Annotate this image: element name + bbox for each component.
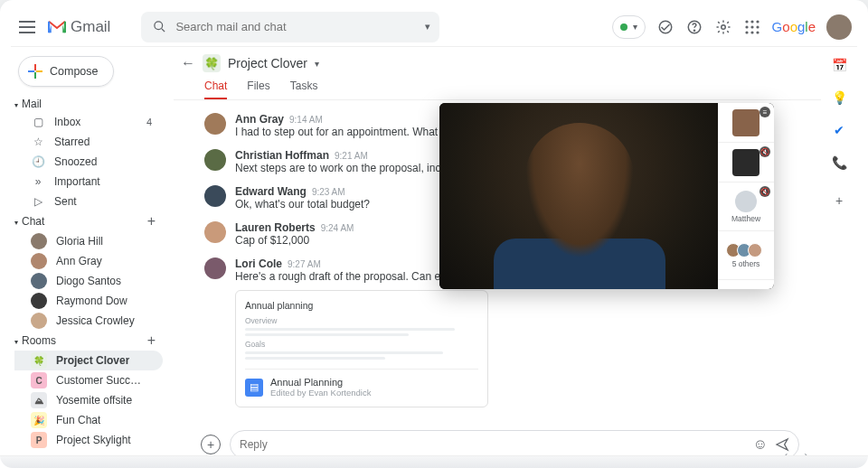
- compose-button[interactable]: Compose: [18, 56, 114, 87]
- search-input[interactable]: [175, 20, 418, 33]
- chat-nav-item[interactable]: Raymond Dow: [14, 291, 163, 311]
- main-content: ← 🍀 Project Clover ▾ Chat Files Tasks An…: [166, 47, 821, 468]
- room-nav-item[interactable]: 🍀Project Clover: [14, 351, 163, 370]
- nav-label: Fun Chat: [56, 414, 100, 426]
- account-avatar[interactable]: [826, 14, 852, 40]
- mail-nav-item[interactable]: ▷Sent: [14, 192, 163, 211]
- reply-input[interactable]: [240, 438, 746, 451]
- chat-nav-item[interactable]: Diogo Santos: [14, 271, 163, 291]
- add-rail-icon[interactable]: +: [830, 192, 848, 210]
- add-chat-icon[interactable]: +: [147, 213, 156, 229]
- message-avatar-icon: [204, 113, 226, 135]
- chat-nav-item[interactable]: Gloria Hill: [14, 231, 163, 251]
- participant-tile[interactable]: 🔇 Matthew: [718, 183, 774, 231]
- mail-nav-item[interactable]: 🕘Snoozed: [14, 152, 163, 172]
- participant-others-tile[interactable]: 5 others: [718, 231, 774, 280]
- section-header-rooms[interactable]: ▾Rooms+: [14, 331, 163, 351]
- tab-files[interactable]: Files: [247, 80, 269, 99]
- svg-point-11: [745, 31, 748, 33]
- add-room-icon[interactable]: +: [147, 332, 156, 349]
- app-header: Gmail ▾ ▾ Google: [11, 7, 857, 47]
- chat-avatar-icon: [31, 293, 47, 309]
- room-item-icon: 🍀: [31, 352, 47, 369]
- message-text: Next steps are to work on the proposal, …: [235, 162, 464, 174]
- section-header-mail[interactable]: ▾Mail: [14, 96, 163, 112]
- room-nav-item[interactable]: 🎉Fun Chat: [14, 410, 163, 430]
- tasks-rail-icon[interactable]: ✔: [830, 121, 848, 139]
- offline-sync-icon[interactable]: [656, 18, 675, 36]
- settings-gear-icon[interactable]: [714, 18, 732, 36]
- message-time: 9:21 AM: [335, 151, 368, 161]
- availability-caret-icon: ▾: [633, 22, 637, 32]
- nav-label: Inbox: [54, 116, 80, 128]
- svg-point-0: [155, 22, 163, 30]
- search-bar[interactable]: ▾: [141, 12, 439, 42]
- nav-label: Important: [54, 175, 100, 188]
- apps-grid-icon[interactable]: [743, 18, 761, 36]
- room-nav-item[interactable]: PProject Skylight: [14, 430, 163, 450]
- contacts-rail-icon[interactable]: 📞: [830, 154, 848, 172]
- room-nav-item[interactable]: CCustomer Success: [14, 370, 163, 390]
- tab-tasks[interactable]: Tasks: [290, 80, 318, 99]
- doc-attachment-card[interactable]: Annual planning Overview Goals ▤ Annual …: [235, 290, 488, 407]
- mail-nav-item[interactable]: ▢Inbox4: [14, 112, 163, 132]
- mail-nav-item[interactable]: »Important: [14, 172, 163, 192]
- attach-add-icon[interactable]: +: [201, 435, 221, 454]
- message-avatar-icon: [204, 257, 226, 279]
- mail-item-icon: ☆: [31, 135, 45, 149]
- emoji-icon[interactable]: ☺: [753, 436, 768, 453]
- google-logo[interactable]: Google: [772, 19, 816, 34]
- nav-label: Project Skylight: [56, 434, 131, 446]
- message-time: 9:23 AM: [312, 187, 345, 197]
- chat-avatar-icon: [31, 253, 47, 269]
- room-nav-item[interactable]: ⛰Yosemite offsite: [14, 390, 163, 410]
- room-dropdown-caret-icon[interactable]: ▾: [315, 59, 319, 69]
- search-dropdown-caret-icon[interactable]: ▾: [425, 21, 430, 33]
- compose-label: Compose: [50, 65, 99, 78]
- sidebar: Compose ▾Mail ▢Inbox4☆Starred🕘Snoozed»Im…: [11, 47, 166, 468]
- back-arrow-icon[interactable]: ←: [181, 55, 195, 71]
- nav-label: Project Clover: [56, 354, 129, 367]
- nav-label: Starred: [54, 136, 90, 148]
- mail-nav-item[interactable]: ☆Starred: [14, 132, 163, 152]
- message-avatar-icon: [204, 185, 226, 207]
- participant-tile[interactable]: 🔇: [718, 143, 774, 183]
- availability-chip[interactable]: ▾: [612, 15, 646, 39]
- chat-nav-item[interactable]: Jessica Crowley: [14, 311, 163, 331]
- svg-point-10: [756, 25, 759, 28]
- mail-item-icon: »: [31, 174, 45, 189]
- laptop-base: [0, 455, 868, 468]
- chat-nav-item[interactable]: Ann Gray: [14, 251, 163, 271]
- nav-label: Diogo Santos: [56, 275, 121, 287]
- section-header-chat[interactable]: ▾Chat+: [14, 211, 163, 231]
- chat-avatar-icon: [31, 313, 47, 329]
- mute-icon: 🔇: [760, 186, 770, 197]
- nav-label: Sent: [54, 195, 77, 208]
- speaking-icon: ≡: [760, 107, 770, 117]
- keep-rail-icon[interactable]: 💡: [830, 89, 848, 107]
- mail-item-icon: ▢: [31, 115, 45, 129]
- svg-point-1: [659, 21, 672, 33]
- gmail-logo-text: Gmail: [71, 18, 110, 36]
- mail-count: 4: [146, 117, 157, 127]
- meet-main-video[interactable]: [439, 103, 718, 289]
- compose-plus-icon: [28, 64, 42, 79]
- calendar-rail-icon[interactable]: 📅: [830, 56, 848, 74]
- doc-subtitle: Edited by Evan Kortendick: [270, 388, 371, 398]
- tab-chat[interactable]: Chat: [204, 80, 227, 99]
- message-avatar-icon: [204, 221, 226, 243]
- message-avatar-icon: [204, 149, 226, 171]
- hamburger-menu-icon[interactable]: [16, 16, 38, 38]
- doc-thumb-title: Annual planning: [245, 300, 478, 311]
- meet-pip-window[interactable]: ≡ 🔇 🔇 Matthew 5 others: [439, 103, 774, 289]
- participant-tile[interactable]: ≡: [718, 103, 774, 143]
- message-text: Ok, what's our total budget?: [235, 198, 370, 211]
- nav-label: Raymond Dow: [56, 295, 127, 307]
- room-item-icon: 🎉: [31, 412, 47, 428]
- help-icon[interactable]: [685, 18, 703, 36]
- svg-point-8: [745, 25, 748, 28]
- message-time: 9:24 AM: [321, 223, 354, 233]
- room-item-icon: ⛰: [31, 392, 47, 408]
- gmail-logo[interactable]: Gmail: [47, 18, 110, 36]
- side-panel-rail: 📅 💡 ✔ 📞 +: [821, 47, 857, 468]
